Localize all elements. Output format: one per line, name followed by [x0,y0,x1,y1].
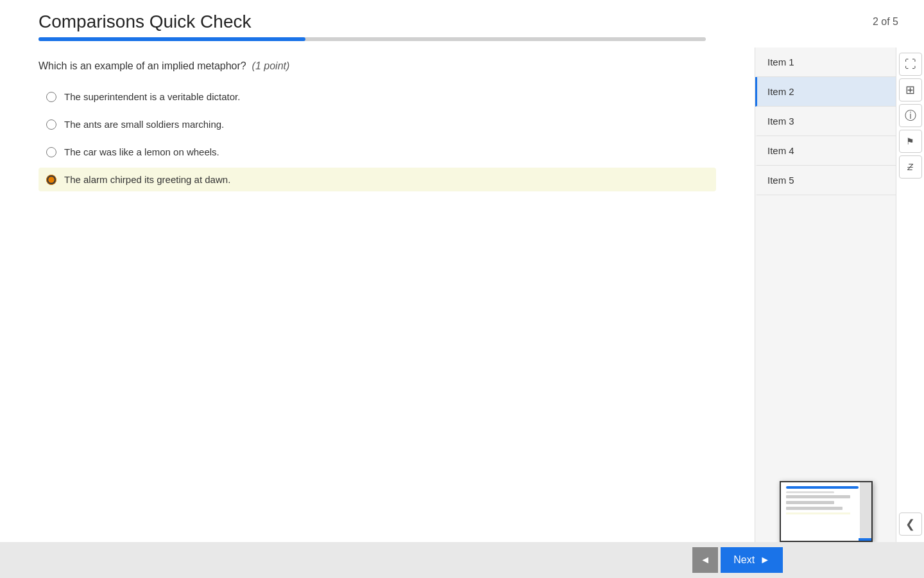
sidebar-item-2[interactable]: Item 2 [755,77,896,107]
answer-text-2: The ants are small soldiers marching. [64,119,224,130]
info-circle-icon[interactable]: ⓘ [899,104,922,127]
thumbnail-popup [780,481,873,542]
sidebar-item-label-2: Item 2 [767,86,794,97]
sidebar-item-5[interactable]: Item 5 [755,166,896,195]
thumbnail-right-bar [860,482,871,541]
answer-option-1[interactable]: The superintendent is a veritable dictat… [38,85,716,109]
radio-1[interactable] [46,92,56,102]
header: Comparisons Quick Check 2 of 5 [0,0,924,32]
sidebar-item-3[interactable]: Item 3 [755,107,896,136]
collapse-icon[interactable]: ❮ [899,512,922,536]
sidebar-item-label-5: Item 5 [767,175,794,186]
progress-bar-fill [38,37,305,41]
answer-text-4: The alarm chirped its greeting at dawn. [64,174,230,185]
main-area: Which is an example of an implied metaph… [0,48,924,548]
next-button[interactable]: Next ► [721,547,783,573]
answer-text-3: The car was like a lemon on wheels. [64,146,219,157]
question-main-text: Which is an example of an implied metaph… [38,60,246,71]
progress-text: 2 of 5 [873,16,898,28]
radio-2[interactable] [46,119,56,130]
answer-option-4[interactable]: The alarm chirped its greeting at dawn. [38,168,716,191]
expand-icon[interactable]: ⛶ [899,53,922,76]
answer-option-2[interactable]: The ants are small soldiers marching. [38,112,716,136]
sidebar: Item 1 Item 2 Item 3 Item 4 Item 5 [755,48,896,548]
next-label: Next [733,554,755,566]
grid-icon[interactable]: ⊞ [899,78,922,101]
next-icon: ► [760,554,770,566]
sidebar-item-4[interactable]: Item 4 [755,136,896,166]
answer-option-3[interactable]: The car was like a lemon on wheels. [38,140,716,164]
progress-bar-container [38,37,706,41]
sidebar-item-label-3: Item 3 [767,116,794,127]
flag-icon[interactable]: ⚑ [899,130,922,153]
sidebar-item-1[interactable]: Item 1 [755,48,896,77]
radio-4[interactable] [46,175,56,185]
question-text: Which is an example of an implied metaph… [38,60,716,72]
tool-panel: ⛶ ⊞ ⓘ ⚑ Z ❮ [896,48,924,548]
question-panel: Which is an example of an implied metaph… [0,48,755,548]
prev-icon: ◄ [700,554,710,566]
question-point-label: (1 point) [252,60,290,71]
answer-text-1: The superintendent is a veritable dictat… [64,91,240,102]
sidebar-item-label-1: Item 1 [767,57,794,67]
page-title: Comparisons Quick Check [38,12,251,32]
radio-3[interactable] [46,147,56,157]
strikethrough-icon[interactable]: Z [899,155,922,179]
sidebar-item-label-4: Item 4 [767,145,794,156]
bottom-bar: ◄ Next ► [0,542,924,578]
prev-button[interactable]: ◄ [692,547,718,573]
thumb-bottom-bar [859,538,871,541]
